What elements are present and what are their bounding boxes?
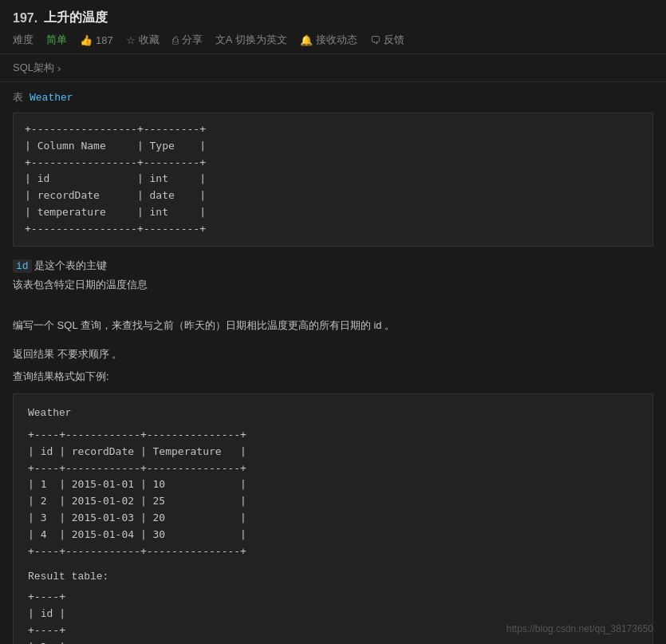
difficulty-value: 简单 bbox=[46, 33, 67, 47]
schema-box: +-----------------+---------+ | Column N… bbox=[13, 113, 653, 247]
collect-button[interactable]: ☆ 收藏 bbox=[126, 33, 160, 47]
feedback-label: 反馈 bbox=[384, 33, 404, 47]
breadcrumb: SQL架构 › bbox=[0, 54, 666, 82]
example-table: +----+------------+---------------+ | id… bbox=[28, 427, 638, 559]
example-box: Weather +----+------------+-------------… bbox=[13, 393, 653, 644]
note-line1-text: 是这个表的主键 bbox=[34, 259, 107, 271]
note-line1: id 是这个表的主键 bbox=[13, 256, 653, 275]
format-label-text: 查询结果格式如下例: bbox=[13, 370, 109, 382]
notes: id 是这个表的主键 该表包含特定日期的温度信息 bbox=[0, 256, 666, 294]
top-bar: 197. 上升的温度 难度 简单 👍 187 ☆ 收藏 ⎙ 分享 文A 切换为英… bbox=[0, 0, 666, 54]
share-icon: ⎙ bbox=[172, 34, 179, 46]
meta-row: 难度 简单 👍 187 ☆ 收藏 ⎙ 分享 文A 切换为英文 🔔 接收动态 🗨 … bbox=[13, 33, 653, 47]
bell-icon: 🔔 bbox=[300, 34, 313, 46]
notify-button[interactable]: 🔔 接收动态 bbox=[300, 33, 357, 47]
id-code: id bbox=[13, 259, 32, 273]
example-table-title: Weather bbox=[28, 405, 638, 422]
title-row: 197. 上升的温度 bbox=[13, 10, 653, 26]
share-label: 分享 bbox=[182, 33, 203, 47]
thumbs-up-icon: 👍 bbox=[80, 34, 93, 46]
star-icon: ☆ bbox=[126, 34, 136, 46]
table-label-row: 表 Weather bbox=[0, 82, 666, 109]
question-text: 编写一个 SQL 查询，来查找与之前（昨天的）日期相比温度更高的所有日期的 id… bbox=[0, 310, 666, 341]
table-label: 表 bbox=[13, 90, 23, 105]
result-label: Result table: bbox=[28, 569, 638, 586]
difficulty-label: 难度 bbox=[13, 33, 33, 47]
share-button[interactable]: ⎙ 分享 bbox=[172, 33, 203, 47]
translate-icon: 文A bbox=[215, 33, 233, 47]
likes-count: 187 bbox=[96, 34, 113, 46]
collect-label: 收藏 bbox=[139, 33, 160, 47]
feedback-icon: 🗨 bbox=[370, 34, 380, 46]
return-text: 返回结果 不要求顺序 。 bbox=[0, 342, 666, 366]
table-name: Weather bbox=[30, 92, 73, 104]
problem-number: 197. bbox=[13, 11, 37, 26]
question-part1: 编写一个 SQL 查询，来查找与之前（昨天的）日期相比温度更高的所有日期的 bbox=[13, 319, 373, 331]
section-divider bbox=[0, 294, 666, 310]
result-table: +----+ | id | +----+ | 2 | | 4 | bbox=[28, 589, 638, 644]
return-note: 返回结果 不要求顺序 。 bbox=[13, 348, 122, 360]
question-part2: 。 bbox=[382, 319, 396, 331]
format-label: 查询结果格式如下例: bbox=[0, 366, 666, 387]
example-spacer bbox=[28, 559, 638, 569]
note-line2: 该表包含特定日期的温度信息 bbox=[13, 275, 653, 294]
id-inline-code: id bbox=[373, 319, 381, 331]
schema-content: +-----------------+---------+ | Column N… bbox=[25, 121, 641, 238]
watermark: https://blog.csdn.net/qq_38173650 bbox=[506, 623, 653, 634]
likes-item[interactable]: 👍 187 bbox=[80, 34, 113, 46]
breadcrumb-arrow: › bbox=[57, 62, 61, 74]
notify-label: 接收动态 bbox=[316, 33, 357, 47]
switch-language-button[interactable]: 文A 切换为英文 bbox=[215, 33, 288, 47]
feedback-button[interactable]: 🗨 反馈 bbox=[370, 33, 404, 47]
switch-label: 切换为英文 bbox=[235, 33, 287, 47]
breadcrumb-link[interactable]: SQL架构 bbox=[13, 61, 54, 75]
problem-title: 上升的温度 bbox=[44, 10, 108, 26]
